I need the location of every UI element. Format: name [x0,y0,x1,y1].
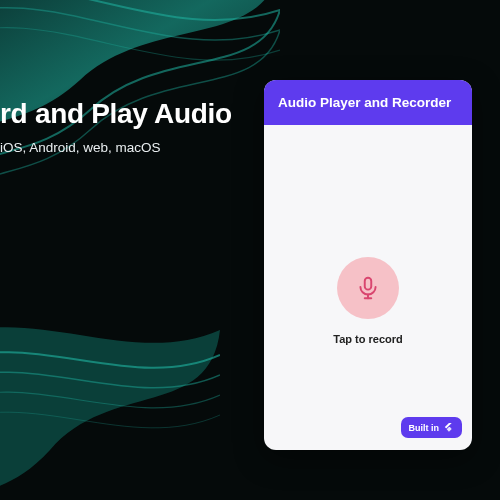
app-bar: Audio Player and Recorder [264,80,472,125]
flutter-icon [443,422,454,433]
built-in-badge-label: Built in [409,423,440,433]
promo-title: rd and Play Audio [0,98,232,130]
phone-body: Tap to record Built in [264,125,472,450]
record-button[interactable] [337,257,399,319]
svg-rect-0 [365,277,372,289]
microphone-icon [355,275,381,301]
built-in-badge[interactable]: Built in [401,417,463,438]
phone-mockup: Audio Player and Recorder Tap to record … [264,80,472,450]
app-bar-title: Audio Player and Recorder [278,95,458,110]
promo-block: rd and Play Audio iOS, Android, web, mac… [0,98,232,155]
background-wave-bottom [0,310,220,500]
record-label: Tap to record [333,333,402,345]
promo-subtitle: iOS, Android, web, macOS [0,140,232,155]
